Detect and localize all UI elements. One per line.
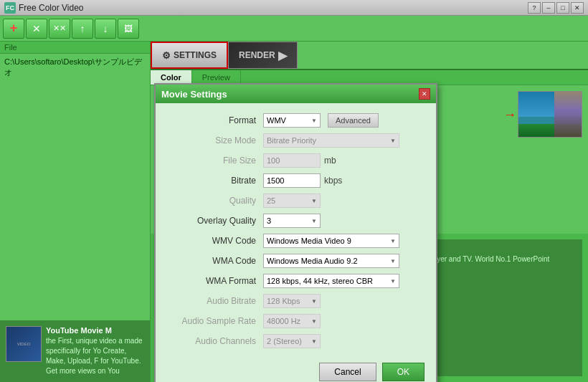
window-controls: ? – □ ✕ (528, 2, 584, 14)
overlay-quality-dropdown-icon: ▼ (311, 218, 317, 224)
settings-button[interactable]: ⚙ SETTINGS (151, 42, 228, 69)
title-bar-left: FC Free Color Video (4, 2, 84, 14)
preview-arrow-icon: → (503, 107, 516, 122)
audio-sample-dropdown-icon: ▼ (311, 318, 317, 324)
quality-dropdown-icon: ▼ (311, 198, 317, 204)
title-bar: FC Free Color Video ? – □ ✕ (0, 0, 588, 16)
remove-all-button[interactable]: ✕✕ (49, 19, 70, 39)
render-button[interactable]: RENDER ▶ (228, 42, 298, 69)
file-size-unit: mb (324, 156, 336, 166)
help-button[interactable]: ? (528, 2, 541, 14)
movie-settings-modal: Movie Settings ✕ Format WMV ▼ Advanced S… (154, 83, 437, 382)
bitrate-input[interactable]: 1500 (263, 173, 321, 188)
cancel-button[interactable]: Cancel (319, 363, 376, 381)
wma-code-row: WMA Code Windows Media Audio 9.2 ▼ (170, 254, 422, 268)
wma-code-label: WMA Code (170, 256, 263, 266)
wma-code-dropdown-icon: ▼ (390, 258, 396, 264)
audio-channels-input: 2 (Stereo) ▼ (263, 334, 321, 348)
add-button[interactable]: + (3, 19, 24, 39)
audio-bitrate-dropdown-icon: ▼ (311, 298, 317, 304)
modal-titlebar: Movie Settings ✕ (156, 85, 436, 103)
wma-format-select[interactable]: 128 kbps, 44 kHz, stereo CBR ▼ (263, 274, 399, 288)
quality-row: Quality 25 ▼ (170, 194, 422, 208)
audio-channels-label: Audio Channels (170, 336, 263, 346)
format-dropdown-icon: ▼ (311, 118, 317, 123)
wmv-code-dropdown-icon: ▼ (390, 238, 396, 244)
audio-bitrate-label: Audio Bitrate (170, 296, 263, 306)
wma-format-row: WMA Format 128 kbps, 44 kHz, stereo CBR … (170, 274, 422, 288)
overlay-quality-label: Overlay Quality (170, 216, 263, 226)
quality-input: 25 ▼ (263, 194, 321, 208)
wmv-code-row: WMV Code Windows Media Video 9 ▼ (170, 234, 422, 248)
toolbar: + ✕ ✕✕ ↑ ↓ 🖼 (0, 16, 588, 42)
file-size-label: File Size (170, 156, 263, 166)
size-mode-dropdown-icon: ▼ (390, 138, 396, 143)
audio-bitrate-input: 128 Kbps ▼ (263, 294, 321, 308)
promo-thumbnail: VIDEO (6, 326, 42, 362)
promo-content: YouTube Movie M the First, unique video … (46, 326, 144, 376)
audio-channels-row: Audio Channels 2 (Stereo) ▼ (170, 334, 422, 348)
promo-text: the First, unique video a made specifica… (46, 336, 144, 376)
wma-format-dropdown-icon: ▼ (390, 278, 396, 284)
size-mode-select: Bitrate Priority ▼ (263, 133, 399, 148)
size-mode-label: Size Mode (170, 135, 263, 145)
app-title: Free Color Video (19, 3, 84, 13)
preview-container: → (518, 91, 582, 138)
preview-thumbnail (518, 91, 582, 138)
audio-sample-rate-row: Audio Sample Rate 48000 Hz ▼ (170, 314, 422, 328)
format-row: Format WMV ▼ Advanced (170, 113, 422, 128)
tab-preview[interactable]: Preview (192, 70, 241, 85)
bitrate-unit: kbps (324, 176, 342, 186)
render-icon: ▶ (278, 49, 287, 62)
gear-icon: ⚙ (162, 50, 171, 61)
wma-format-label: WMA Format (170, 276, 263, 286)
bitrate-row: Bitrate 1500 kbps (170, 173, 422, 188)
ok-button[interactable]: OK (382, 363, 425, 381)
sidebar-promo: VIDEO YouTube Movie M the First, unique … (0, 320, 150, 382)
wma-code-select[interactable]: Windows Media Audio 9.2 ▼ (263, 254, 399, 268)
move-down-button[interactable]: ↓ (95, 19, 116, 39)
file-size-input: 100 (263, 153, 321, 168)
modal-body: Format WMV ▼ Advanced Size Mode Bitrate … (156, 103, 436, 364)
audio-bitrate-row: Audio Bitrate 128 Kbps ▼ (170, 294, 422, 308)
close-button[interactable]: ✕ (571, 2, 584, 14)
overlay-quality-input[interactable]: 3 ▼ (263, 214, 321, 228)
settings-render-bar: ⚙ SETTINGS RENDER ▶ (151, 42, 588, 70)
quality-label: Quality (170, 196, 263, 206)
move-up-button[interactable]: ↑ (72, 19, 93, 39)
overlay-quality-row: Overlay Quality 3 ▼ (170, 214, 422, 228)
folder-button[interactable]: 🖼 (118, 19, 139, 39)
maximize-button[interactable]: □ (556, 2, 569, 14)
audio-channels-dropdown-icon: ▼ (311, 338, 317, 344)
modal-footer: Cancel OK (319, 363, 425, 381)
size-mode-row: Size Mode Bitrate Priority ▼ (170, 133, 422, 148)
app-icon: FC (4, 2, 16, 14)
wmv-code-select[interactable]: Windows Media Video 9 ▼ (263, 234, 399, 248)
modal-close-button[interactable]: ✕ (419, 88, 430, 100)
format-label: Format (170, 115, 263, 125)
wmv-code-label: WMV Code (170, 236, 263, 246)
audio-sample-rate-label: Audio Sample Rate (170, 316, 263, 326)
file-path: C:\Users\softaro\Desktop\サンプルビデオ (0, 54, 150, 81)
bitrate-label: Bitrate (170, 176, 263, 186)
file-section-label: File (0, 42, 150, 54)
sidebar: File C:\Users\softaro\Desktop\サンプルビデオ VI… (0, 42, 151, 382)
modal-title: Movie Settings (161, 89, 227, 100)
file-size-row: File Size 100 mb (170, 153, 422, 168)
minimize-button[interactable]: – (542, 2, 555, 14)
advanced-button[interactable]: Advanced (328, 113, 379, 128)
audio-sample-rate-input: 48000 Hz ▼ (263, 314, 321, 328)
remove-button[interactable]: ✕ (26, 19, 47, 39)
promo-title: YouTube Movie M (46, 326, 144, 335)
tab-color[interactable]: Color (151, 70, 192, 85)
format-select[interactable]: WMV ▼ (263, 113, 321, 128)
